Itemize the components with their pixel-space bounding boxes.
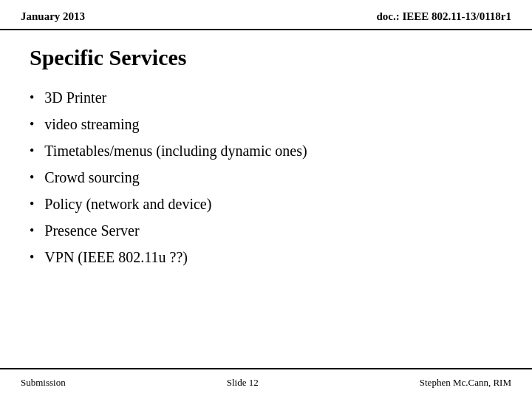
list-item: •video streaming	[30, 115, 502, 134]
slide: January 2013 doc.: IEEE 802.11-13/0118r1…	[0, 0, 532, 399]
bullet-dot-icon: •	[30, 196, 34, 213]
bullet-dot-icon: •	[30, 116, 34, 133]
slide-header: January 2013 doc.: IEEE 802.11-13/0118r1	[0, 0, 532, 30]
slide-title: Specific Services	[30, 45, 502, 70]
footer-submission: Submission	[21, 377, 66, 389]
bullet-dot-icon: •	[30, 249, 34, 266]
bullet-dot-icon: •	[30, 169, 34, 186]
bullet-dot-icon: •	[30, 222, 34, 239]
bullet-dot-icon: •	[30, 143, 34, 160]
bullet-item-text: VPN (IEEE 802.11u ??)	[44, 248, 188, 267]
header-date: January 2013	[21, 10, 85, 23]
bullet-list: •3D Printer•video streaming•Timetables/m…	[30, 88, 502, 267]
main-content: Specific Services •3D Printer•video stre…	[0, 30, 532, 282]
bullet-item-text: video streaming	[44, 115, 139, 134]
list-item: •3D Printer	[30, 88, 502, 107]
bullet-item-text: Timetables/menus (including dynamic ones…	[44, 141, 307, 160]
header-doc-id: doc.: IEEE 802.11-13/0118r1	[376, 10, 511, 23]
bullet-item-text: Policy (network and device)	[44, 194, 211, 214]
list-item: •VPN (IEEE 802.11u ??)	[30, 248, 502, 267]
bullet-item-text: Crowd sourcing	[44, 168, 139, 187]
bullet-dot-icon: •	[30, 89, 34, 106]
footer-slide-number: Slide 12	[227, 377, 259, 389]
slide-footer: Submission Slide 12 Stephen Mc.Cann, RIM	[0, 368, 532, 399]
list-item: •Crowd sourcing	[30, 168, 502, 187]
bullet-item-text: Presence Server	[44, 221, 139, 240]
bullet-item-text: 3D Printer	[44, 88, 106, 107]
footer-author: Stephen Mc.Cann, RIM	[420, 377, 511, 389]
list-item: •Presence Server	[30, 221, 502, 240]
list-item: •Policy (network and device)	[30, 194, 502, 214]
list-item: •Timetables/menus (including dynamic one…	[30, 141, 502, 160]
